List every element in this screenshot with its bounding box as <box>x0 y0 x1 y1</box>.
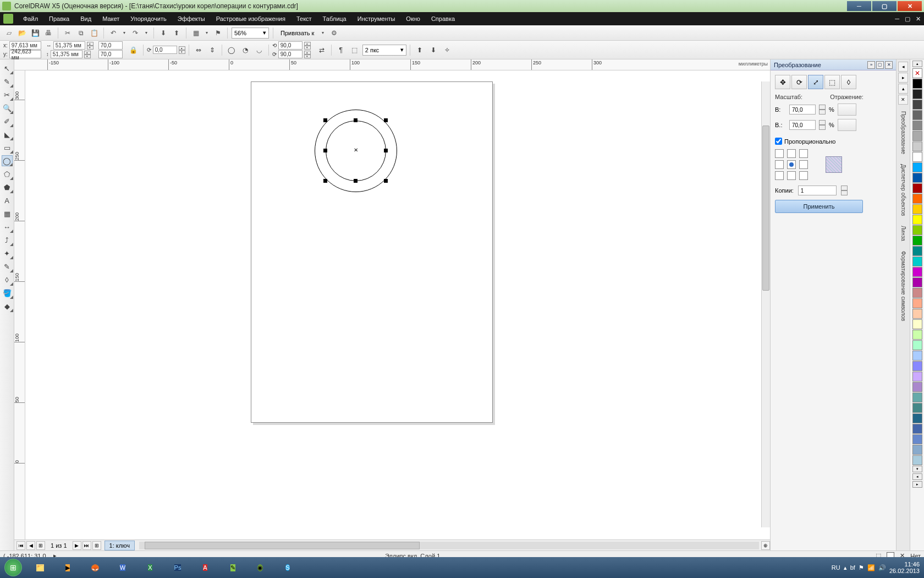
color-swatch[interactable] <box>912 319 922 329</box>
color-swatch[interactable] <box>912 445 922 455</box>
open-icon[interactable]: 📂 <box>16 28 28 39</box>
app-launcher-icon[interactable]: ▦ <box>190 28 201 39</box>
color-swatch[interactable] <box>912 288 922 298</box>
tb-photoshop[interactable]: Ps <box>164 559 191 576</box>
dtab-close[interactable]: ✕ <box>898 95 908 105</box>
connector-tool[interactable]: ⤴ <box>2 235 13 246</box>
tray-volume-icon[interactable]: 🔊 <box>878 564 886 571</box>
anchor-center[interactable] <box>787 160 796 169</box>
tray-flag-icon[interactable]: ⚑ <box>859 564 864 571</box>
selection-handle[interactable] <box>354 179 358 183</box>
scale-h-spinner[interactable] <box>819 105 826 114</box>
interactive-fill-tool[interactable]: ◆ <box>2 301 13 312</box>
menu-tools[interactable]: Инструменты <box>352 15 401 22</box>
page-last[interactable]: ⏭ <box>82 541 91 550</box>
export-icon[interactable]: ⬆ <box>171 28 182 39</box>
menu-effects[interactable]: Эффекты <box>172 15 211 22</box>
color-swatch[interactable] <box>912 173 922 183</box>
vtab-transform[interactable]: Преобразование <box>900 108 906 157</box>
color-swatch[interactable] <box>912 351 922 361</box>
wrap-text-icon[interactable]: ¶ <box>335 44 347 56</box>
rotation[interactable]: 0,0 <box>153 46 177 54</box>
scale-v-input[interactable] <box>789 120 816 130</box>
apply-button[interactable]: Применить <box>775 200 863 213</box>
color-swatch[interactable] <box>912 424 922 434</box>
color-swatch[interactable] <box>912 141 922 151</box>
color-swatch[interactable] <box>912 131 922 141</box>
tb-skype[interactable]: S <box>274 559 301 576</box>
tray-up-icon[interactable]: ▴ <box>844 564 847 571</box>
page-add-before[interactable]: ⊞ <box>36 541 45 550</box>
transform-skew[interactable]: ◊ <box>841 75 856 89</box>
to-front-icon[interactable]: ⬆ <box>414 44 426 56</box>
mirror-v-button[interactable] <box>838 119 856 131</box>
maximize-button[interactable]: ▢ <box>872 1 897 11</box>
menu-file[interactable]: Файл <box>18 15 43 22</box>
transform-rotate[interactable]: ⟳ <box>791 75 807 89</box>
menu-edit[interactable]: Правка <box>43 15 75 22</box>
page-next[interactable]: ▶ <box>73 541 81 550</box>
color-swatch[interactable] <box>912 79 922 89</box>
page-prev[interactable]: ◀ <box>26 541 35 550</box>
palette-left[interactable]: ◂ <box>912 473 922 480</box>
copy-icon[interactable]: ⧉ <box>75 28 86 39</box>
color-swatch[interactable] <box>912 225 922 235</box>
selection-handle[interactable] <box>323 149 327 152</box>
color-swatch[interactable] <box>912 183 922 193</box>
mdi-restore[interactable]: ▢ <box>905 15 910 23</box>
page-tab[interactable]: 1: ключ <box>105 541 135 550</box>
color-swatch[interactable] <box>912 204 922 214</box>
crop-tool[interactable]: ✂ <box>2 89 13 100</box>
vtab-charformat[interactable]: Форматирование символов <box>900 248 906 324</box>
close-button[interactable]: ✕ <box>898 1 922 11</box>
color-swatch[interactable] <box>912 100 922 110</box>
mirror-h-button[interactable] <box>838 103 856 116</box>
selection-handle[interactable] <box>384 149 388 152</box>
tb-firefox[interactable]: 🦊 <box>82 559 108 576</box>
menu-layout[interactable]: Макет <box>97 15 125 22</box>
tb-dreamweaver[interactable]: ◉ <box>247 559 273 576</box>
angle1[interactable]: 90,0 <box>278 41 302 50</box>
size-h[interactable]: 51,375 мм <box>51 50 82 58</box>
snap-label[interactable]: Привязать к <box>277 30 317 36</box>
horizontal-scrollbar[interactable] <box>139 542 759 549</box>
tray-network-icon[interactable]: 📶 <box>867 564 875 571</box>
navigator-icon[interactable]: ⊕ <box>761 541 770 550</box>
vertical-scrollbar[interactable] <box>761 81 770 527</box>
minimize-button[interactable]: ─ <box>847 1 871 11</box>
eyedropper-tool[interactable]: ✎ <box>2 261 13 272</box>
page-add-after[interactable]: ⊞ <box>92 541 101 550</box>
mdi-close[interactable]: ✕ <box>916 15 921 23</box>
docker-expand[interactable]: » <box>867 61 875 69</box>
color-swatch[interactable] <box>912 298 922 308</box>
menu-text[interactable]: Текст <box>291 15 317 22</box>
text-tool[interactable]: A <box>2 195 13 206</box>
zoom-combo[interactable]: 56%▾ <box>232 28 269 39</box>
color-swatch[interactable] <box>912 215 922 225</box>
tb-explorer[interactable]: 📁 <box>27 559 53 576</box>
color-swatch[interactable] <box>912 455 922 465</box>
tray-lang[interactable]: RU <box>832 564 840 571</box>
color-swatch[interactable] <box>912 152 922 162</box>
color-swatch[interactable] <box>912 361 922 371</box>
table-tool[interactable]: ▦ <box>2 208 13 219</box>
tray-clock[interactable]: 11:46 26.02.2013 <box>889 561 920 574</box>
transform-scale[interactable]: ⤢ <box>808 75 823 89</box>
undo-icon[interactable]: ↶ <box>108 28 119 39</box>
freehand-tool[interactable]: ✐ <box>2 116 13 127</box>
pick-tool[interactable]: ↖ <box>2 63 13 74</box>
pie-icon[interactable]: ◔ <box>239 44 251 56</box>
fill-tool[interactable]: 🪣 <box>2 287 13 298</box>
welcome-icon[interactable]: ⚑ <box>212 28 223 39</box>
tb-excel[interactable]: X <box>137 559 163 576</box>
shape-tool[interactable]: ✎ <box>2 76 13 87</box>
mirror-v-icon[interactable]: ⇕ <box>206 44 218 56</box>
dtab-nav[interactable]: ◂ <box>898 62 908 72</box>
color-swatch[interactable] <box>912 340 922 350</box>
menu-table[interactable]: Таблица <box>317 15 352 22</box>
color-swatch[interactable] <box>912 277 922 287</box>
dtab-nav[interactable]: ▸ <box>898 73 908 83</box>
color-swatch[interactable] <box>912 382 922 392</box>
lock-ratio-icon[interactable]: 🔒 <box>128 44 140 56</box>
to-back-icon[interactable]: ⬇ <box>427 44 439 56</box>
